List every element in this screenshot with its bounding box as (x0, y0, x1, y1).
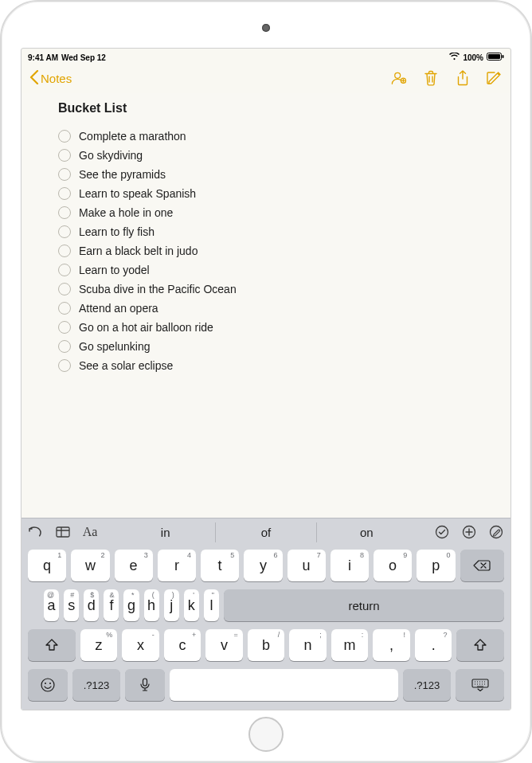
key-l[interactable]: "l (204, 589, 219, 621)
key-shift-right[interactable] (456, 629, 504, 661)
key-s[interactable]: #s (64, 589, 79, 621)
checklist-item-text[interactable]: Learn to yodel (79, 264, 150, 276)
checklist-item-text[interactable]: Go spelunking (79, 340, 151, 353)
note-title[interactable]: Bucket List (58, 101, 483, 115)
checklist-circle-icon[interactable] (58, 359, 71, 372)
key-k[interactable]: 'k (184, 589, 199, 621)
checklist-circle-icon[interactable] (58, 130, 71, 143)
key-y[interactable]: 6y (244, 550, 282, 581)
checklist-item[interactable]: See the pyramids (58, 168, 483, 181)
checklist-circle-icon[interactable] (58, 187, 71, 200)
checklist-circle-icon[interactable] (58, 264, 71, 276)
key-p[interactable]: 0p (417, 550, 455, 581)
checklist-item[interactable]: Go skydiving (58, 149, 483, 162)
trash-button[interactable] (423, 70, 439, 86)
key-e[interactable]: 3e (115, 550, 153, 581)
add-people-button[interactable] (391, 70, 407, 86)
home-button[interactable] (248, 717, 284, 752)
checklist-item[interactable]: Learn to fly fish (58, 225, 483, 238)
table-icon[interactable] (55, 524, 71, 540)
checklist-item-text[interactable]: Learn to speak Spanish (79, 187, 196, 200)
checklist-item-text[interactable]: Make a hole in one (79, 206, 173, 219)
add-attachment-icon[interactable] (461, 524, 477, 540)
checklist-item[interactable]: Learn to speak Spanish (58, 187, 483, 200)
checklist-circle-icon[interactable] (58, 225, 71, 238)
key-return[interactable]: return (224, 589, 504, 621)
checklist-item[interactable]: Earn a black belt in judo (58, 245, 483, 257)
key-f[interactable]: &f (104, 589, 119, 621)
checklist-item[interactable]: Scuba dive in the Pacific Ocean (58, 283, 483, 295)
key-b[interactable]: /b (248, 629, 285, 661)
key-w[interactable]: 2w (71, 550, 109, 581)
key-c[interactable]: +c (164, 629, 201, 661)
key-o[interactable]: 9o (374, 550, 412, 581)
markup-icon[interactable] (488, 524, 504, 540)
key-j[interactable]: )j (164, 589, 179, 621)
key-dismiss-keyboard[interactable] (456, 669, 504, 701)
back-button[interactable]: Notes (29, 70, 72, 87)
checklist-item[interactable]: Go on a hot air balloon ride (58, 321, 483, 334)
key-t[interactable]: 5t (201, 550, 239, 581)
key-i[interactable]: 8i (331, 550, 369, 581)
checklist-item-text[interactable]: Attend an opera (79, 302, 158, 315)
suggestion-word[interactable]: in (115, 522, 215, 542)
key-emoji[interactable] (28, 669, 68, 701)
checklist-item[interactable]: See a solar eclipse (58, 359, 483, 372)
key-h[interactable]: (h (144, 589, 159, 621)
key-shift-left[interactable] (28, 629, 76, 661)
checklist-item[interactable]: Attend an opera (58, 302, 483, 315)
checklist-item[interactable]: Go spelunking (58, 340, 483, 353)
key-dictation[interactable] (125, 669, 165, 701)
checklist-item-text[interactable]: Go skydiving (79, 149, 143, 162)
note-editor[interactable]: Bucket List Complete a marathonGo skydiv… (22, 93, 510, 518)
key-x[interactable]: -x (122, 629, 159, 661)
format-icon[interactable]: Aa (82, 524, 98, 540)
checklist-item[interactable]: Learn to yodel (58, 264, 483, 276)
chevron-left-icon (29, 70, 39, 87)
checklist-circle-icon[interactable] (58, 149, 71, 162)
checklist-circle-icon[interactable] (58, 168, 71, 181)
key-sublabel: 9 (403, 551, 407, 559)
key-a[interactable]: @a (44, 589, 59, 621)
checklist-item-text[interactable]: See the pyramids (79, 168, 166, 181)
checklist-item[interactable]: Complete a marathon (58, 130, 483, 143)
key-.[interactable]: ?. (415, 629, 452, 661)
key-g[interactable]: *g (123, 589, 139, 621)
suggestion-word[interactable]: of (215, 522, 315, 542)
checklist-circle-icon[interactable] (58, 245, 71, 257)
share-button[interactable] (455, 70, 471, 86)
mic-icon (139, 678, 151, 692)
checklist-icon[interactable] (434, 524, 450, 540)
key-,[interactable]: !, (373, 629, 410, 661)
key-r[interactable]: 4r (158, 550, 196, 581)
key-m[interactable]: :m (331, 629, 369, 661)
suggestion-word[interactable]: on (316, 522, 417, 542)
checklist-item-text[interactable]: Earn a black belt in judo (79, 245, 198, 257)
checklist-item-text[interactable]: Learn to fly fish (79, 225, 155, 238)
key-n[interactable]: ;n (289, 629, 327, 661)
checklist-circle-icon[interactable] (58, 302, 71, 315)
checklist-circle-icon[interactable] (58, 206, 71, 219)
key-space[interactable] (170, 669, 398, 701)
checklist-circle-icon[interactable] (58, 340, 71, 353)
checklist-circle-icon[interactable] (58, 283, 71, 295)
key-z[interactable]: %z (80, 629, 118, 661)
compose-button[interactable] (487, 70, 503, 86)
key-v[interactable]: =v (205, 629, 243, 661)
key-q[interactable]: 1q (28, 550, 66, 581)
checklist-circle-icon[interactable] (58, 321, 71, 334)
checklist-item-text[interactable]: Go on a hot air balloon ride (79, 321, 213, 334)
key-numbers-right[interactable]: .?123 (403, 669, 452, 701)
key-backspace[interactable] (460, 550, 504, 581)
key-label: t (218, 558, 222, 574)
key-label: . (432, 637, 436, 654)
checklist-item-text[interactable]: Complete a marathon (79, 130, 186, 143)
undo-icon[interactable] (28, 524, 44, 540)
key-numbers-left[interactable]: .?123 (72, 669, 121, 701)
checklist-item[interactable]: Make a hole in one (58, 206, 483, 219)
key-label: g (127, 597, 135, 614)
checklist-item-text[interactable]: See a solar eclipse (79, 359, 173, 372)
checklist-item-text[interactable]: Scuba dive in the Pacific Ocean (79, 283, 237, 295)
key-d[interactable]: $d (84, 589, 99, 621)
key-u[interactable]: 7u (288, 550, 326, 581)
